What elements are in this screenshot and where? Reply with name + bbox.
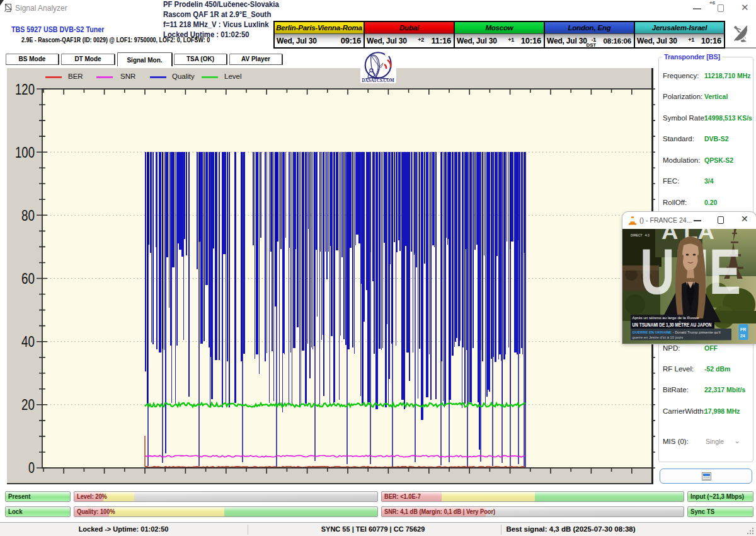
svg-text:100: 100 bbox=[15, 144, 35, 161]
svg-text:DXSATCS.COM: DXSATCS.COM bbox=[362, 78, 394, 83]
svg-text:60: 60 bbox=[21, 270, 35, 287]
svg-text:guerre en Jestre d'ici à 10 jo: guerre en Jestre d'ici à 10 jours bbox=[633, 335, 684, 339]
svg-text:120: 120 bbox=[15, 81, 35, 98]
svg-text:FR: FR bbox=[740, 327, 746, 332]
svg-text:DIRECT 4:3: DIRECT 4:3 bbox=[631, 233, 650, 237]
svg-text:40: 40 bbox=[21, 333, 35, 350]
svg-text:24: 24 bbox=[740, 334, 745, 338]
svg-text:UN TSUNAMI DE 1,30 MÈTRE AU JA: UN TSUNAMI DE 1,30 MÈTRE AU JAPON bbox=[633, 321, 712, 328]
svg-text:Après un séisme au large de la: Après un séisme au large de la Russie bbox=[633, 315, 699, 320]
svg-text:80: 80 bbox=[21, 207, 35, 224]
svg-text:20: 20 bbox=[21, 396, 35, 413]
svg-text:0: 0 bbox=[28, 459, 35, 476]
svg-text:GUERRE EN UKRAINE - Donald Tru: GUERRE EN UKRAINE - Donald Trump présent… bbox=[633, 330, 721, 334]
